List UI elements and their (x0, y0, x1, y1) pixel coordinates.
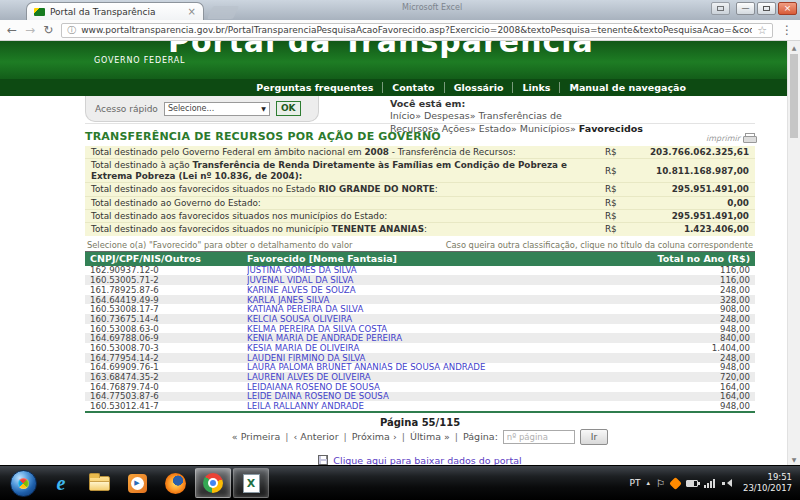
start-button[interactable] (5, 468, 41, 498)
site-nav-link[interactable]: Links (512, 82, 559, 93)
scrollbar-thumb[interactable] (790, 54, 798, 138)
summary-label: Total destinado ao Governo do Estado: (91, 198, 605, 208)
breadcrumb-link[interactable]: Ações (442, 123, 470, 134)
browser-tab[interactable]: Portal da Transparência × (26, 2, 204, 20)
language-indicator[interactable]: PT (630, 478, 641, 488)
tray-expand-icon[interactable]: ▴ (647, 479, 651, 487)
column-header-total[interactable]: Total no Ano (R$) (630, 253, 755, 264)
site-nav-link[interactable]: Manual de navegação (559, 82, 695, 93)
volume-icon[interactable] (722, 479, 733, 488)
column-header-id[interactable]: CNPJ/CPF/NIS/Outros (85, 253, 247, 264)
breadcrumb-separator: » (570, 123, 576, 134)
quick-access-select[interactable]: Selecione... ▼ (164, 102, 270, 116)
clock[interactable]: 19:5123/10/2017 (739, 472, 792, 494)
page-scrollbar[interactable]: ▲ ▼ (787, 41, 800, 465)
network-signal-icon[interactable] (704, 479, 716, 488)
table-row: 164.69788.06-9 KENIA MARIA DE ANDRADE PE… (85, 333, 755, 343)
cell-favorecido-link[interactable]: KELCIA SOUSA OLIVEIRA (247, 314, 630, 324)
column-header-name[interactable]: Favorecido [Nome Fantasia] (247, 253, 630, 264)
breadcrumb-separator: » (433, 123, 439, 134)
cell-favorecido-link[interactable]: LEILA RALLANNY ANDRADE (247, 401, 630, 411)
breadcrumb-link[interactable]: Estado (479, 123, 511, 134)
taskbar-item-explorer[interactable] (81, 468, 117, 498)
background-window-button[interactable] (711, 2, 730, 15)
taskbar-item-internet-explorer[interactable]: e (43, 468, 79, 498)
cell-favorecido-link[interactable]: JUVENAL VIDAL DA SILVA (247, 275, 630, 285)
window-controls: — × (711, 2, 797, 15)
cell-total: 248,00 (630, 353, 755, 363)
cell-id: 164.69909.76-1 (85, 362, 247, 372)
summary-value: 10.811.168.987,00 (631, 166, 749, 176)
restore-icon (717, 6, 724, 11)
summary-value: 295.951.491,00 (631, 211, 749, 221)
back-icon[interactable]: ← (7, 24, 17, 36)
pagination-link[interactable]: ‹ Anterior (293, 431, 338, 442)
table-row: 160.53008.17-7 KATIANA PEREIRA DA SILVA … (85, 304, 755, 314)
cell-favorecido-link[interactable]: JUSTINA GOMES DA SILVA (247, 265, 630, 275)
cell-favorecido-link[interactable]: LAURA PALOMA BRUNET ANANIAS DE SOUSA AND… (247, 362, 630, 372)
cell-favorecido-link[interactable]: LEIDE DAINA ROSENO DE SOUSA (247, 391, 630, 401)
cell-total: 248,00 (630, 285, 755, 295)
site-nav-link[interactable]: Glossário (444, 82, 513, 93)
windows-flag-icon (18, 478, 29, 489)
cell-favorecido-link[interactable]: KARINE ALVES DE SOUZA (247, 285, 630, 295)
url-field[interactable]: ⓘ www.portaltransparencia.gov.br/PortalT… (61, 23, 773, 38)
maximize-button[interactable] (757, 2, 776, 15)
cell-favorecido-link[interactable]: KELMA PEREIRA DA SILVA COSTA (247, 324, 630, 334)
cell-total: 908,00 (630, 304, 755, 314)
pagination-link[interactable]: « Primeira (232, 431, 280, 442)
cell-favorecido-link[interactable]: KENIA MARIA DE ANDRADE PEREIRA (247, 333, 630, 343)
summary-value: 0,00 (631, 198, 749, 208)
quick-access-ok-button[interactable]: OK (276, 101, 301, 116)
pagination-separator: | (344, 431, 347, 442)
forward-icon[interactable]: → (25, 24, 35, 36)
pagination-link[interactable]: Próxima › (352, 431, 397, 442)
cell-id: 164.77954.14-2 (85, 353, 247, 363)
cell-favorecido-link[interactable]: KESIA MARIA DE OLIVEIRA (247, 343, 630, 353)
pagination-controls: « Primeira|‹ Anterior|Próxima ›|Última »… (85, 429, 755, 445)
download-link[interactable]: Clique aqui para baixar dados do portal (333, 455, 521, 465)
taskbar-item-firefox[interactable] (157, 468, 193, 498)
browser-menu-icon[interactable]: ⋮ (781, 23, 793, 37)
close-button[interactable]: × (778, 2, 797, 15)
cell-favorecido-link[interactable]: LAURENI ALVES DE OLIVEIRA (247, 372, 630, 382)
summary-label-tail: : (435, 184, 438, 194)
table-row: 160.53008.63-0 KELMA PEREIRA DA SILVA CO… (85, 324, 755, 334)
minimize-button[interactable]: — (736, 2, 755, 15)
taskbar-item-excel[interactable]: X (233, 468, 269, 498)
go-button[interactable]: Ir (580, 429, 608, 445)
summary-label-text: Total destinado à ação (91, 160, 193, 170)
reload-icon[interactable]: ↻ (43, 24, 53, 36)
page-info-icon[interactable]: ⓘ (67, 24, 76, 37)
cell-total: 948,00 (630, 324, 755, 334)
breadcrumb-link[interactable]: Municípios (520, 123, 570, 134)
cell-favorecido-link[interactable]: KARLA JANES SILVA (247, 295, 630, 305)
battery-icon[interactable] (686, 480, 698, 487)
cell-total: 720,00 (630, 372, 755, 382)
bookmark-star-icon[interactable]: ☆ (757, 24, 767, 37)
summary-box: Total destinado pelo Governo Federal em … (85, 146, 755, 236)
cell-id: 160.53008.63-0 (85, 324, 247, 334)
action-center-flag-icon[interactable]: ⚐ (656, 478, 665, 489)
pagination-link[interactable]: Última » (410, 431, 450, 442)
taskbar-item-media-player[interactable]: ▶ (119, 468, 155, 498)
tab-close-icon[interactable]: × (188, 7, 196, 17)
quick-access-selected: Selecione... (168, 104, 214, 113)
cell-favorecido-link[interactable]: LEIDAIANA ROSENO DE SOUSA (247, 382, 630, 392)
taskbar-item-chrome[interactable] (195, 468, 231, 498)
goto-page-input[interactable] (503, 430, 575, 444)
scroll-down-icon[interactable]: ▼ (788, 453, 800, 465)
cell-favorecido-link[interactable]: KATIANA PEREIRA DA SILVA (247, 304, 630, 314)
new-tab-button[interactable] (207, 6, 239, 19)
antivirus-icon[interactable] (669, 477, 682, 490)
cell-favorecido-link[interactable]: LAUDENI FIRMINO DA SILVA (247, 353, 630, 363)
site-nav-link[interactable]: Perguntas frequentes (247, 82, 382, 93)
summary-label: Total destinado aos favorecidos situados… (91, 224, 605, 234)
scroll-up-icon[interactable]: ▲ (788, 41, 800, 53)
breadcrumb-link[interactable]: Despesas (424, 110, 470, 121)
breadcrumb-link[interactable]: Início (390, 110, 415, 121)
site-nav-link[interactable]: Contato (382, 82, 443, 93)
url-text[interactable]: www.portaltransparencia.gov.br/PortalTra… (81, 25, 752, 35)
table-body: 162.90937.12-0 JUSTINA GOMES DA SILVA 11… (85, 266, 755, 413)
browser-viewport: Portal da Transparência GOVERNO FEDERAL … (0, 41, 800, 465)
